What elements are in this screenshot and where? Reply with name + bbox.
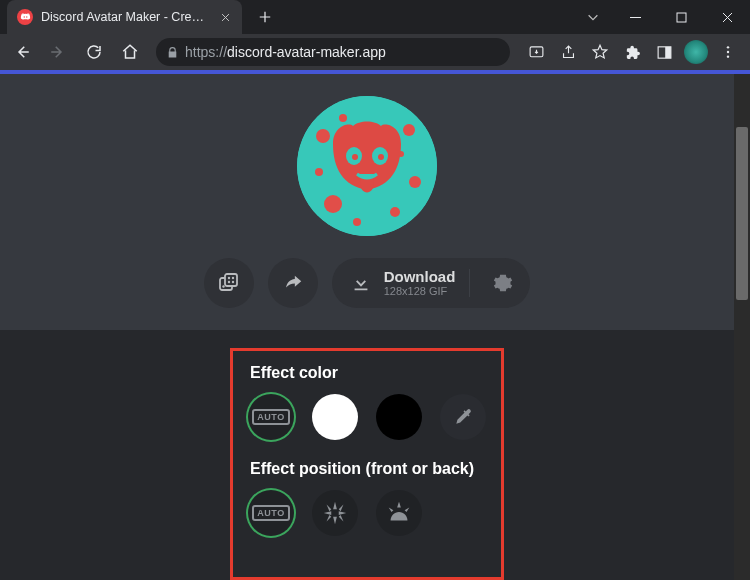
randomize-button[interactable] [204, 258, 254, 308]
browser-window: Discord Avatar Maker - Create y [0, 0, 750, 580]
page-viewport: Download 128x128 GIF Effect color [0, 74, 750, 580]
close-tab-icon[interactable] [218, 10, 232, 24]
svg-point-13 [315, 168, 323, 176]
svg-rect-22 [225, 274, 237, 286]
effect-color-black[interactable] [376, 394, 422, 440]
address-bar[interactable]: https://discord-avatar-maker.app [156, 38, 510, 66]
lock-icon [166, 46, 179, 59]
eyedropper-icon [453, 407, 473, 427]
svg-rect-0 [677, 13, 686, 22]
action-button-row: Download 128x128 GIF [204, 258, 531, 308]
download-label: Download [384, 269, 456, 286]
svg-point-14 [390, 207, 400, 217]
effect-position-auto[interactable]: AUTO [248, 490, 294, 536]
download-label-wrap: Download 128x128 GIF [384, 269, 456, 298]
svg-point-6 [727, 55, 729, 57]
share-avatar-button[interactable] [268, 258, 318, 308]
effect-color-white[interactable] [312, 394, 358, 440]
auto-badge: AUTO [252, 505, 289, 521]
burst-front-icon [320, 498, 350, 528]
download-sublabel: 128x128 GIF [384, 285, 456, 297]
effect-position-row: AUTO [248, 490, 486, 536]
download-icon [350, 272, 372, 294]
svg-point-11 [409, 176, 421, 188]
download-settings-button[interactable] [484, 258, 522, 308]
tab-search-icon[interactable] [574, 10, 612, 24]
url-text: https://discord-avatar-maker.app [185, 44, 386, 60]
scrollbar-track[interactable] [734, 74, 750, 580]
avatar-preview[interactable] [297, 96, 437, 236]
window-controls [612, 1, 750, 34]
tab-favicon-discord-icon [17, 9, 33, 25]
home-button[interactable] [114, 36, 146, 68]
effect-color-auto[interactable]: AUTO [248, 394, 294, 440]
window-titlebar: Discord Avatar Maker - Create y [0, 0, 750, 34]
svg-marker-35 [339, 515, 344, 522]
download-button[interactable]: Download 128x128 GIF [332, 258, 531, 308]
scrollbar-thumb[interactable] [736, 127, 748, 300]
svg-point-26 [227, 281, 229, 283]
install-app-icon[interactable] [520, 36, 552, 68]
reload-button[interactable] [78, 36, 110, 68]
svg-point-4 [727, 46, 729, 48]
page-body: Download 128x128 GIF Effect color [0, 74, 734, 580]
svg-point-15 [353, 218, 361, 226]
svg-marker-34 [327, 515, 332, 522]
svg-marker-31 [339, 511, 347, 515]
side-panel-icon[interactable] [648, 36, 680, 68]
svg-point-24 [231, 281, 233, 283]
effect-position-back[interactable] [376, 490, 422, 536]
svg-point-9 [324, 195, 342, 213]
svg-point-8 [316, 129, 330, 143]
bookmark-star-icon[interactable] [584, 36, 616, 68]
svg-point-20 [378, 154, 384, 160]
toolbar-right-icons [520, 36, 744, 68]
share-arrow-icon [282, 272, 304, 294]
new-tab-button[interactable] [250, 2, 280, 32]
tab-title: Discord Avatar Maker - Create y [41, 10, 210, 24]
gear-icon [493, 273, 513, 293]
svg-point-19 [352, 154, 358, 160]
effect-panel: Effect color AUTO Effect pos [230, 348, 504, 580]
options-section: Effect color AUTO Effect pos [0, 330, 734, 580]
nav-forward-button[interactable] [42, 36, 74, 68]
svg-point-5 [727, 51, 729, 53]
profile-avatar[interactable] [680, 36, 712, 68]
svg-point-12 [339, 114, 347, 122]
svg-point-23 [227, 277, 229, 279]
svg-point-27 [222, 285, 224, 287]
minimize-button[interactable] [612, 1, 658, 34]
auto-badge: AUTO [252, 409, 289, 425]
svg-marker-28 [333, 502, 337, 510]
effect-color-row: AUTO [248, 394, 486, 440]
svg-marker-38 [405, 507, 410, 512]
svg-rect-3 [665, 46, 671, 57]
svg-marker-36 [397, 502, 401, 508]
browser-tab[interactable]: Discord Avatar Maker - Create y [7, 0, 242, 34]
avatar-preview-graphic [297, 96, 437, 236]
effect-color-picker[interactable] [440, 394, 486, 440]
svg-marker-32 [327, 505, 332, 512]
svg-marker-33 [339, 505, 344, 512]
effect-position-title: Effect position (front or back) [250, 460, 486, 478]
effect-color-title: Effect color [250, 364, 486, 382]
svg-marker-29 [333, 517, 337, 525]
svg-marker-30 [324, 511, 332, 515]
dice-icon [217, 271, 241, 295]
close-window-button[interactable] [704, 1, 750, 34]
profile-avatar-icon [684, 40, 708, 64]
svg-point-25 [231, 277, 233, 279]
extensions-puzzle-icon[interactable] [616, 36, 648, 68]
effect-position-front[interactable] [312, 490, 358, 536]
kebab-menu-icon[interactable] [712, 36, 744, 68]
svg-point-10 [403, 124, 415, 136]
burst-back-icon [384, 498, 414, 528]
share-icon[interactable] [552, 36, 584, 68]
svg-marker-37 [389, 507, 394, 512]
nav-back-button[interactable] [6, 36, 38, 68]
maximize-button[interactable] [658, 1, 704, 34]
browser-toolbar: https://discord-avatar-maker.app [0, 34, 750, 70]
